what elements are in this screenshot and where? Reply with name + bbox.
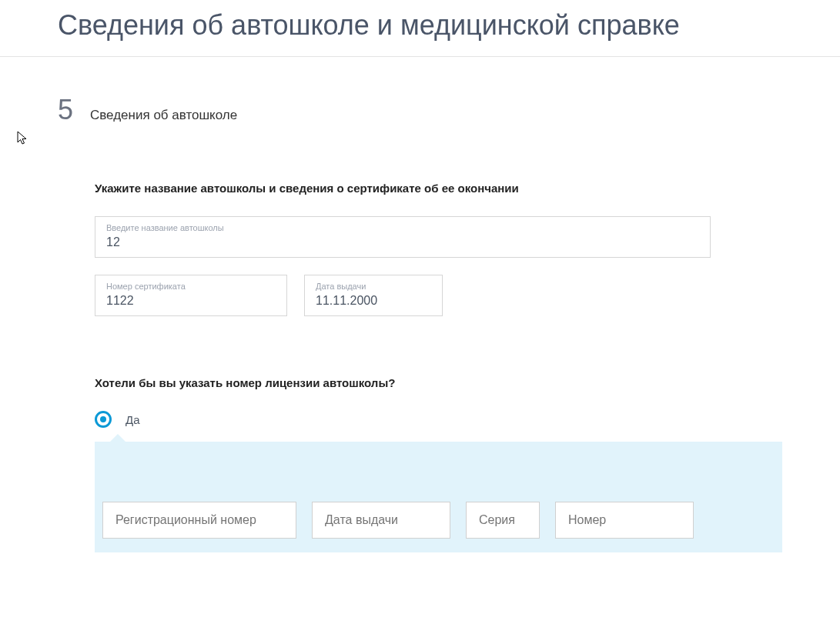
issue-date-input[interactable] [316, 294, 431, 308]
school-name-input[interactable] [106, 235, 699, 249]
section-header: 5 Сведения об автошколе [0, 57, 840, 126]
school-name-label: Введите название автошколы [106, 223, 699, 232]
radio-yes-label: Да [125, 413, 140, 426]
cert-number-input[interactable] [106, 294, 276, 308]
license-series-input[interactable] [466, 502, 540, 539]
subheading-school-cert: Укажите название автошколы и сведения о … [95, 182, 782, 195]
radio-yes-row[interactable]: Да [95, 411, 782, 428]
cert-number-field[interactable]: Номер сертификата [95, 275, 287, 316]
license-question: Хотели бы вы указать номер лицензии авто… [95, 376, 782, 389]
radio-selected-dot-icon [100, 416, 106, 422]
license-panel [95, 442, 782, 552]
section-number: 5 [58, 94, 90, 126]
section-title: Сведения об автошколе [90, 108, 237, 123]
school-name-field[interactable]: Введите название автошколы [95, 216, 711, 258]
cursor-icon [17, 131, 29, 146]
radio-yes-icon[interactable] [95, 411, 112, 428]
license-issue-date-input[interactable] [312, 502, 450, 539]
license-number-input[interactable] [555, 502, 694, 539]
issue-date-field[interactable]: Дата выдачи [304, 275, 443, 316]
license-reg-number-input[interactable] [102, 502, 296, 539]
page-title: Сведения об автошколе и медицинской спра… [0, 0, 840, 57]
cert-number-label: Номер сертификата [106, 282, 276, 291]
issue-date-label: Дата выдачи [316, 282, 431, 291]
